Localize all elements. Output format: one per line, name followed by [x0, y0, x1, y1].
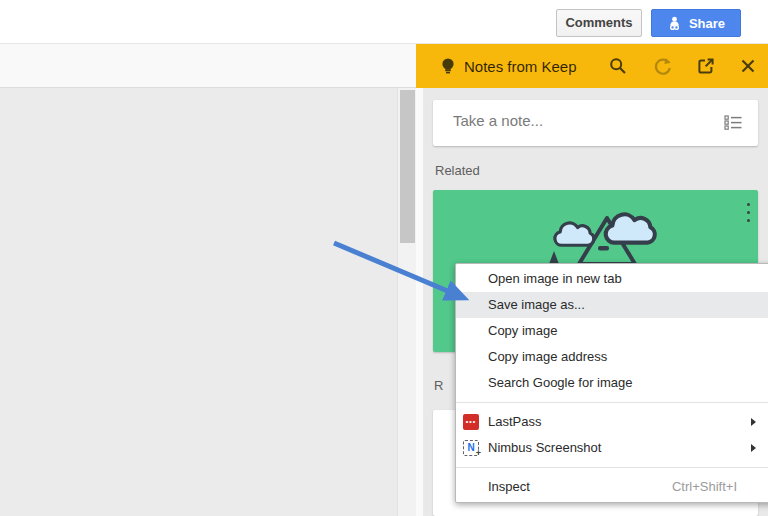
menu-item-lastpass[interactable]: ••• LastPass: [456, 409, 768, 435]
occluded-section-label: R: [434, 378, 446, 394]
menu-separator: [456, 467, 768, 468]
comments-button[interactable]: Comments: [556, 9, 642, 37]
inspect-label: Inspect: [488, 479, 530, 494]
inspect-shortcut: Ctrl+Shift+I: [672, 474, 737, 500]
lightbulb-icon: [438, 56, 458, 76]
panel-left-gutter: [416, 88, 423, 516]
submenu-arrow-icon: [751, 418, 756, 426]
image-context-menu: Open image in new tab Save image as... C…: [455, 263, 768, 503]
share-button[interactable]: Share: [651, 9, 741, 37]
checklist-icon[interactable]: [724, 115, 743, 130]
nimbus-label: Nimbus Screenshot: [488, 440, 601, 455]
lastpass-icon: •••: [463, 414, 479, 430]
top-bar: Comments Share: [0, 0, 768, 44]
keep-panel-header: Notes from Keep: [416, 44, 768, 88]
menu-item-copy-image-address[interactable]: Copy image address: [456, 344, 768, 370]
nimbus-plus: +: [476, 446, 481, 460]
document-scrollbar-track[interactable]: [397, 88, 416, 516]
menu-item-inspect[interactable]: Inspect Ctrl+Shift+I: [456, 474, 768, 500]
document-scrollbar-thumb[interactable]: [400, 90, 415, 243]
lastpass-label: LastPass: [488, 414, 541, 429]
menu-item-copy-image[interactable]: Copy image: [456, 318, 768, 344]
refresh-icon[interactable]: [653, 56, 673, 76]
take-a-note-input[interactable]: [453, 112, 683, 129]
menu-separator: [456, 402, 768, 403]
menu-item-save-image-as[interactable]: Save image as...: [456, 292, 768, 318]
open-in-new-icon[interactable]: [696, 56, 716, 76]
document-canvas: [0, 88, 416, 516]
submenu-arrow-icon: [751, 444, 756, 452]
take-a-note-card: [433, 100, 758, 146]
nimbus-screenshot-icon: N +: [463, 440, 479, 456]
document-toolbar: Editing: [0, 44, 416, 88]
note-options-kebab-icon[interactable]: [742, 203, 754, 227]
browser-viewport: Comments Share Editing: [0, 0, 768, 516]
menu-item-nimbus-screenshot[interactable]: N + Nimbus Screenshot: [456, 435, 768, 461]
close-icon[interactable]: [738, 56, 758, 76]
share-person-icon: [667, 16, 682, 31]
menu-item-search-google-for-image[interactable]: Search Google for image: [456, 370, 768, 396]
menu-item-open-image-new-tab[interactable]: Open image in new tab: [456, 266, 768, 292]
nimbus-letter: N: [467, 442, 474, 453]
search-icon[interactable]: [608, 56, 628, 76]
clouds-mountain-illustration: [541, 208, 681, 264]
related-section-label: Related: [435, 163, 480, 178]
keep-panel-title: Notes from Keep: [464, 58, 577, 75]
share-button-label: Share: [689, 16, 725, 31]
